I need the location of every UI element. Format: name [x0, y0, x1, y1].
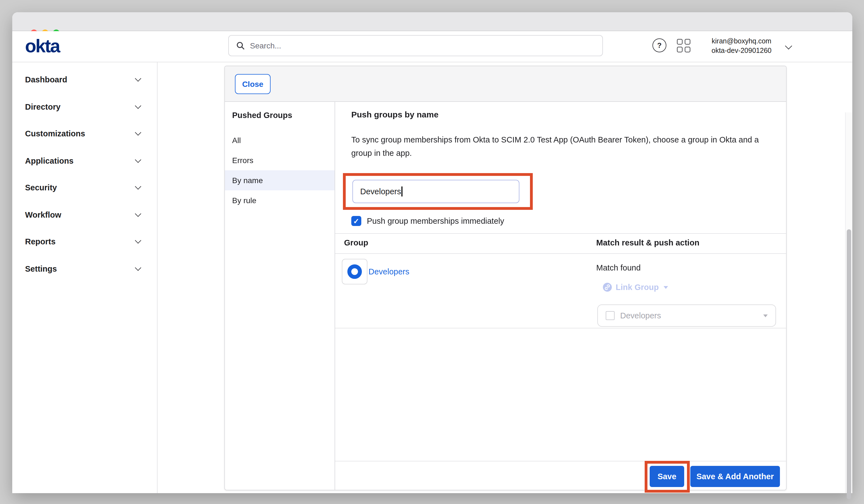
- push-by-name-content: Push groups by name To sync group member…: [335, 102, 786, 490]
- okta-circle-icon: [347, 264, 362, 279]
- screen: okta Search... ? kiran@boxyhq.com okta-d…: [0, 0, 864, 504]
- push-immediately-checkbox[interactable]: ✓: [351, 216, 361, 226]
- chevron-down-icon: [135, 156, 141, 163]
- sidebar-item-dashboard[interactable]: Dashboard: [12, 66, 157, 93]
- close-button[interactable]: Close: [235, 74, 271, 94]
- panel-toolbar: Close: [225, 66, 786, 102]
- nav-item-by-name[interactable]: By name: [225, 170, 335, 190]
- account-org: okta-dev-20901260: [703, 46, 780, 56]
- table-top-border: [335, 233, 786, 234]
- column-header-group: Group: [344, 238, 368, 247]
- chevron-down-icon: [135, 211, 141, 217]
- chevron-down-icon: [135, 129, 141, 136]
- scrollbar-track[interactable]: [845, 112, 852, 493]
- pushed-groups-title: Pushed Groups: [225, 111, 335, 120]
- sidebar: Dashboard Directory Customizations Appli…: [12, 62, 158, 493]
- chevron-down-icon: [135, 103, 141, 109]
- browser-window: okta Search... ? kiran@boxyhq.com okta-d…: [12, 12, 852, 493]
- dropdown-triangle-icon: [664, 286, 668, 289]
- save-button[interactable]: Save: [650, 466, 684, 487]
- content-description: To sync group memberships from Okta to S…: [351, 133, 776, 160]
- account-menu[interactable]: kiran@boxyhq.com okta-dev-20901260: [703, 37, 780, 56]
- okta-logo[interactable]: okta: [25, 36, 60, 56]
- main-page: Close Pushed Groups All Errors By name B…: [158, 62, 852, 493]
- nav-item-all[interactable]: All: [225, 130, 335, 150]
- chevron-down-icon[interactable]: [785, 42, 792, 49]
- select-triangle-icon: [763, 314, 768, 317]
- push-groups-panel: Close Pushed Groups All Errors By name B…: [224, 66, 787, 490]
- link-group-label: Link Group: [616, 283, 659, 292]
- linked-group-value: Developers: [620, 311, 758, 320]
- scrollbar-thumb[interactable]: [847, 229, 851, 499]
- sidebar-item-customizations[interactable]: Customizations: [12, 120, 157, 147]
- content-title: Push groups by name: [351, 109, 439, 121]
- sidebar-item-directory[interactable]: Directory: [12, 93, 157, 120]
- link-icon: [603, 283, 612, 292]
- group-name-value: Developers: [360, 187, 401, 196]
- save-add-another-button[interactable]: Save & Add Another: [690, 466, 780, 487]
- group-link-developers[interactable]: Developers: [369, 267, 409, 276]
- push-immediately-label: Push group memberships immediately: [367, 217, 504, 226]
- sidebar-item-reports[interactable]: Reports: [12, 228, 157, 255]
- chevron-down-icon: [135, 237, 141, 244]
- sidebar-item-security[interactable]: Security: [12, 174, 157, 201]
- text-caret: [402, 187, 403, 196]
- link-group-dropdown[interactable]: Link Group: [603, 283, 668, 292]
- sidebar-item-settings[interactable]: Settings: [12, 255, 157, 282]
- check-icon: ✓: [353, 217, 359, 225]
- app-header: okta Search... ? kiran@boxyhq.com okta-d…: [12, 31, 852, 62]
- chevron-down-icon: [135, 183, 141, 190]
- search-icon: [236, 41, 245, 50]
- footer-divider: [335, 461, 786, 461]
- group-name-input[interactable]: Developers: [352, 180, 519, 203]
- chevron-down-icon: [135, 264, 141, 271]
- help-icon[interactable]: ?: [652, 38, 667, 52]
- account-email: kiran@boxyhq.com: [703, 37, 780, 46]
- sidebar-item-applications[interactable]: Applications: [12, 147, 157, 174]
- table-header-border: [335, 253, 786, 254]
- group-placeholder-icon: [606, 311, 615, 320]
- pushed-groups-nav: Pushed Groups All Errors By name By rule: [225, 102, 335, 490]
- apps-grid-icon[interactable]: [677, 39, 690, 52]
- nav-item-by-rule[interactable]: By rule: [225, 190, 335, 211]
- search-placeholder: Search...: [250, 41, 281, 50]
- match-status: Match found: [596, 263, 641, 272]
- window-titlebar: [12, 12, 852, 31]
- linked-group-select[interactable]: Developers: [597, 304, 776, 327]
- column-header-match: Match result & push action: [596, 238, 699, 247]
- search-input[interactable]: Search...: [228, 35, 603, 56]
- nav-item-errors[interactable]: Errors: [225, 150, 335, 170]
- okta-group-icon: [342, 259, 368, 285]
- sidebar-item-workflow[interactable]: Workflow: [12, 201, 157, 228]
- table-row-border: [335, 328, 786, 328]
- chevron-down-icon: [135, 75, 141, 82]
